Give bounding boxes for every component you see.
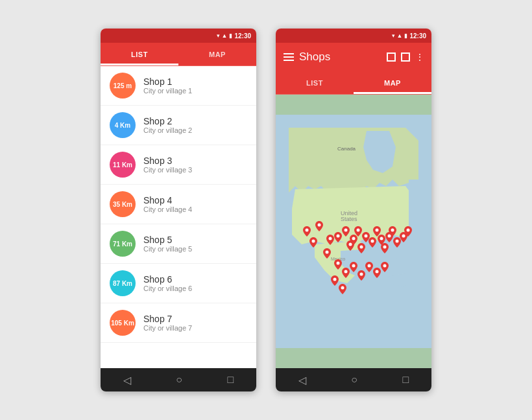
map-pin[interactable] [369,237,376,248]
shop-location: City or village 4 [143,205,247,213]
status-icons-left: ▾ ▲ ▮ 12:30 [217,32,252,40]
map-pin[interactable] [342,268,350,278]
layout-icon-2[interactable] [401,52,410,62]
list-item[interactable]: 35 Km Shop 4 City or village 4 [101,185,256,224]
distance-label: 4 Km [115,122,130,129]
recents-icon-right[interactable]: □ [403,374,409,386]
avatar: 105 Km [110,310,136,336]
tab-list-left[interactable]: LIST [101,43,178,65]
svg-point-35 [333,278,337,281]
map-pin[interactable] [365,262,373,272]
svg-point-19 [370,240,374,243]
shop-location: City or village 7 [143,324,247,332]
status-time-right: 12:30 [409,32,426,40]
avatar: 87 Km [110,270,136,296]
map-pin[interactable] [357,270,365,281]
list-item[interactable]: 11 Km Shop 3 City or village 3 [101,145,256,185]
shop-name: Shop 3 [143,156,247,166]
list-item[interactable]: 4 Km Shop 2 City or village 2 [101,106,256,145]
svg-point-36 [341,286,345,290]
map-pin[interactable] [354,226,362,237]
svg-point-10 [329,237,332,240]
back-icon[interactable]: ◁ [123,374,131,386]
map-pin[interactable] [331,275,339,286]
distance-label: 35 Km [113,201,132,208]
map-pin[interactable] [357,243,365,253]
list-item[interactable]: 105 Km Shop 7 City or village 7 [101,303,256,343]
list-item[interactable]: 125 m Shop 1 City or village 1 [101,66,256,106]
more-options-icon[interactable]: ⋮ [415,52,425,62]
map-pin[interactable] [373,268,381,278]
distance-label: 11 Km [113,161,132,169]
map-pin[interactable] [381,243,389,253]
battery-icon: ▮ [229,32,232,39]
svg-point-29 [345,270,348,273]
map-pin[interactable] [339,284,346,294]
map-pin[interactable] [342,226,350,237]
page-wrapper: ▾ ▲ ▮ 12:30 LIST MAP 125 m Shop 1 City o… [0,0,532,420]
svg-point-7 [306,229,309,232]
hamburger-icon[interactable] [284,53,294,61]
svg-point-22 [383,245,387,248]
status-time-left: 12:30 [234,32,251,40]
svg-point-11 [326,251,329,254]
svg-point-9 [318,224,321,227]
map-pins-layer [276,95,431,368]
distance-label: 125 m [114,82,132,89]
avatar: 4 Km [110,112,136,138]
shop-location: City or village 3 [143,166,247,174]
svg-point-16 [357,229,360,232]
svg-point-28 [337,262,340,265]
shop-location: City or village 2 [143,126,247,134]
app-bar-actions: ⋮ [387,52,431,62]
map-pin[interactable] [323,248,331,259]
map-pin[interactable] [326,235,334,245]
list-item[interactable]: 87 Km Shop 6 City or village 6 [101,264,256,303]
wifi-icon: ▲ [222,32,228,39]
svg-point-32 [368,264,371,268]
home-icon-right[interactable]: ○ [351,374,357,386]
svg-point-13 [345,229,348,232]
shop-name: Shop 6 [143,274,247,285]
svg-point-24 [391,229,394,232]
avatar: 125 m [110,73,136,99]
layout-icon-1[interactable] [387,52,396,62]
map-pin[interactable] [404,226,412,237]
shop-name: Shop 2 [143,116,247,126]
nav-bar-right: ◁ ○ □ [276,368,431,391]
map-pin[interactable] [315,221,323,231]
svg-point-8 [311,240,315,243]
back-icon-right[interactable]: ◁ [298,374,306,386]
svg-point-21 [380,237,383,240]
list-item[interactable]: 71 Km Shop 5 City or village 5 [101,224,256,264]
map-pin[interactable] [334,259,342,270]
map-container[interactable]: Canada United States Mexico [276,95,431,368]
map-pin[interactable] [334,232,342,242]
map-pin[interactable] [350,262,357,272]
tab-list-right[interactable]: LIST [276,71,354,94]
app-title: Shops [299,51,330,64]
shop-location: City or village 1 [143,87,247,95]
tab-map-left[interactable]: MAP [178,43,256,65]
wifi-icon-right: ▲ [397,32,403,39]
distance-label: 71 Km [113,240,132,248]
home-icon[interactable]: ○ [176,374,182,386]
distance-label: 87 Km [113,280,132,287]
shop-list: 125 m Shop 1 City or village 1 4 Km Shop… [101,66,256,368]
tab-map-right[interactable]: MAP [354,71,431,94]
map-pin[interactable] [381,262,389,272]
recents-icon[interactable]: □ [228,374,234,386]
svg-point-18 [365,234,368,237]
map-pin[interactable] [309,237,317,248]
avatar: 35 Km [110,191,136,217]
phone-left: ▾ ▲ ▮ 12:30 LIST MAP 125 m Shop 1 City o… [101,29,256,391]
map-pin[interactable] [303,226,311,237]
shop-location: City or village 6 [143,285,247,292]
svg-point-33 [376,270,379,273]
svg-point-15 [352,237,356,240]
map-pin[interactable] [389,226,396,237]
distance-label: 105 Km [111,320,134,327]
svg-point-20 [376,229,379,232]
svg-point-31 [360,272,363,275]
app-bar-left: Shops [276,51,387,64]
